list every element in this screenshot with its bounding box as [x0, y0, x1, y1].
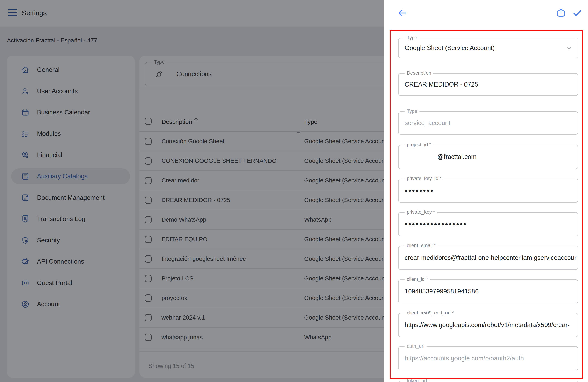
field-label: token_url: [405, 378, 429, 382]
field-label: Description: [405, 70, 433, 76]
client-x509-cert-url-field[interactable]: client_x509_cert_url * https://www.googl…: [398, 313, 578, 337]
field-value: @fracttal.com: [399, 145, 578, 169]
chevron-down-icon: [566, 44, 573, 51]
field-label: client_x509_cert_url *: [405, 310, 456, 316]
private-key-id-field[interactable]: private_key_id * ••••••••: [398, 179, 578, 203]
field-label: Type: [405, 35, 419, 40]
auth-uri-field: auth_uri https://accounts.google.com/o/o…: [398, 346, 578, 370]
field-label: project_id *: [405, 142, 433, 147]
modal-scrim[interactable]: [0, 0, 384, 382]
field-value: Google Sheet (Service Account): [399, 38, 578, 58]
description-field[interactable]: Description CREAR MEDIDOR - 0725: [398, 73, 578, 96]
field-label: client_id *: [405, 276, 430, 282]
confirm-check-icon[interactable]: [572, 8, 583, 18]
field-label: Type: [405, 108, 419, 114]
field-value: ••••••••: [399, 179, 578, 202]
client-id-field[interactable]: client_id * 109485397999581941586: [398, 279, 578, 303]
field-value: crear-medidores@fracttal-one-helpcenter.…: [399, 246, 578, 269]
connection-detail-panel: Type Google Sheet (Service Account) Desc…: [384, 0, 588, 382]
field-label: auth_uri: [405, 343, 426, 349]
project-id-field[interactable]: project_id * @fracttal.com: [398, 145, 578, 169]
share-icon[interactable]: [556, 7, 566, 18]
client-email-field[interactable]: client_email * crear-medidores@fracttal-…: [398, 246, 578, 270]
token-url-field: token_url: [398, 381, 578, 382]
field-value: •••••••••••••••••: [399, 213, 578, 236]
field-label: client_email *: [405, 243, 438, 248]
field-value: https://www.googleapis.com/robot/v1/meta…: [399, 313, 578, 337]
field-value: 109485397999581941586: [399, 280, 578, 303]
field-value: CREAR MEDIDOR - 0725: [399, 74, 578, 95]
field-value: https://accounts.google.com/o/oauth2/aut…: [399, 347, 578, 370]
service-account-type-field: Type service_account: [398, 111, 578, 135]
field-label: private_key *: [405, 209, 437, 215]
panel-header: [384, 0, 588, 26]
divider: [384, 26, 588, 26]
type-select-field[interactable]: Type Google Sheet (Service Account): [398, 38, 578, 58]
field-label: private_key_id *: [405, 176, 444, 181]
field-value: service_account: [399, 112, 578, 134]
back-arrow-icon[interactable]: [397, 8, 408, 18]
private-key-field[interactable]: private_key * •••••••••••••••••: [398, 212, 578, 236]
